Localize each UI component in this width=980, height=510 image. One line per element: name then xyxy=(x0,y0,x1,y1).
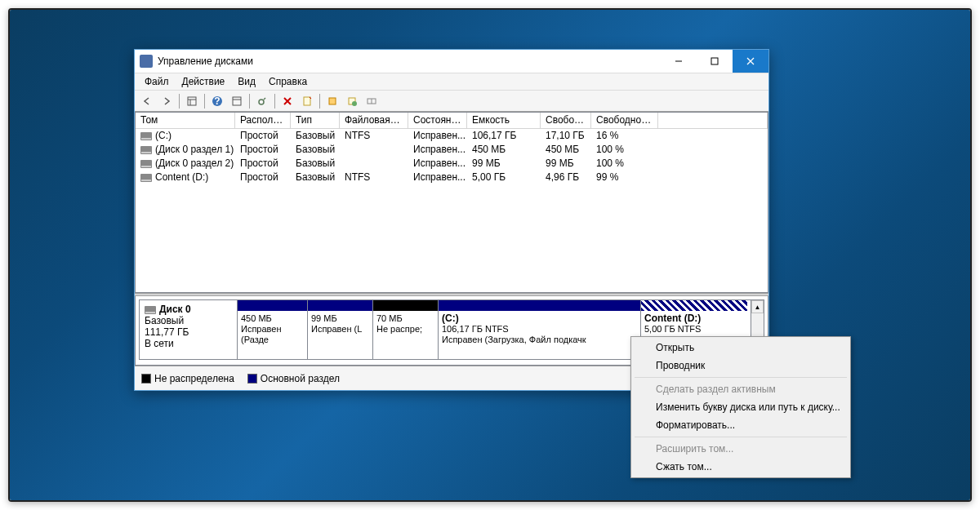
cell: Простой xyxy=(235,171,291,184)
maximize-button[interactable] xyxy=(697,50,733,73)
column-header[interactable]: Свободно % xyxy=(591,113,658,129)
swatch-unallocated xyxy=(141,374,151,384)
properties-button[interactable] xyxy=(298,92,316,110)
cell: Базовый xyxy=(291,171,340,184)
cell: (C:) xyxy=(136,129,235,143)
list-header[interactable]: ТомРасполо...ТипФайловая с...СостояниеЕм… xyxy=(136,113,768,129)
context-menu-item[interactable]: Форматировать... xyxy=(633,416,849,434)
cell: (Диск 0 раздел 1) xyxy=(136,143,235,157)
cell xyxy=(340,157,408,171)
action1-button[interactable] xyxy=(323,92,341,110)
titlebar[interactable]: Управление дисками xyxy=(135,50,768,73)
volume-list[interactable]: ТомРасполо...ТипФайловая с...СостояниеЕм… xyxy=(135,112,768,293)
svg-point-17 xyxy=(352,101,357,106)
context-menu-item[interactable]: Проводник xyxy=(633,357,849,375)
menu-separator xyxy=(635,437,847,437)
volume-icon xyxy=(140,160,152,168)
back-button[interactable] xyxy=(138,92,156,110)
partition[interactable]: 70 МБНе распре; xyxy=(373,300,439,359)
context-menu-item[interactable]: Сжать том... xyxy=(633,458,849,476)
svg-rect-1 xyxy=(711,58,718,64)
menubar: ФайлДействиеВидСправка xyxy=(135,73,768,91)
volume-row[interactable]: Content (D:)ПростойБазовыйNTFSИсправен..… xyxy=(136,171,768,184)
column-header[interactable]: Располо... xyxy=(235,113,291,129)
partition-bar xyxy=(373,300,438,311)
refresh-button[interactable] xyxy=(253,92,271,110)
menu-действие[interactable]: Действие xyxy=(176,74,232,89)
volume-icon xyxy=(140,132,152,140)
volume-row[interactable]: (C:)ПростойБазовыйNTFSИсправен...106,17 … xyxy=(136,129,768,143)
forward-button[interactable] xyxy=(158,92,176,110)
cell: 100 % xyxy=(591,143,658,157)
cell: 17,10 ГБ xyxy=(541,129,591,143)
cell: 100 % xyxy=(591,157,658,171)
context-menu-item: Расширить том... xyxy=(633,440,849,458)
minimize-button[interactable] xyxy=(661,50,697,73)
partition[interactable]: 450 МБИсправен (Разде xyxy=(238,300,308,359)
cell: Базовый xyxy=(291,129,340,143)
column-header[interactable]: Емкость xyxy=(467,113,541,129)
cell: Простой xyxy=(235,143,291,157)
cell: 99 % xyxy=(591,171,658,184)
svg-text:?: ? xyxy=(214,95,220,107)
cell: Простой xyxy=(235,157,291,171)
column-header[interactable]: Состояние xyxy=(408,113,467,129)
cell xyxy=(340,143,408,157)
cell: Исправен... xyxy=(408,157,467,171)
disk-info[interactable]: Диск 0 Базовый 111,77 ГБ В сети xyxy=(140,300,238,359)
action2-button[interactable] xyxy=(343,92,361,110)
context-menu-item: Сделать раздел активным xyxy=(633,380,849,398)
menu-вид[interactable]: Вид xyxy=(231,74,262,89)
menu-справка[interactable]: Справка xyxy=(262,74,314,89)
column-header[interactable]: Тип xyxy=(291,113,340,129)
cell: Базовый xyxy=(291,157,340,171)
scroll-up-button[interactable]: ▲ xyxy=(751,300,764,313)
volume-row[interactable]: (Диск 0 раздел 1)ПростойБазовыйИсправен.… xyxy=(136,143,768,157)
show-hide-button[interactable] xyxy=(183,92,201,110)
disk-name: Диск 0 xyxy=(159,304,191,315)
cell: 99 МБ xyxy=(467,157,541,171)
cell: Исправен... xyxy=(408,129,467,143)
menu-separator xyxy=(635,377,847,378)
settings-button[interactable] xyxy=(228,92,246,110)
context-menu-item[interactable]: Открыть xyxy=(633,339,849,357)
column-header[interactable]: Свобод... xyxy=(541,113,591,129)
svg-rect-14 xyxy=(304,97,310,105)
column-header[interactable]: Том xyxy=(136,113,235,129)
cell: 450 МБ xyxy=(467,143,541,157)
delete-button[interactable] xyxy=(278,92,296,110)
close-button[interactable] xyxy=(733,50,768,73)
cell: 106,17 ГБ xyxy=(467,129,541,143)
volume-icon xyxy=(140,174,152,182)
legend-primary: Основной раздел xyxy=(261,373,340,384)
volume-icon xyxy=(140,146,152,154)
swatch-primary xyxy=(247,374,257,384)
cell: 99 МБ xyxy=(541,157,591,171)
svg-point-11 xyxy=(259,100,264,104)
partition-bar xyxy=(238,300,307,311)
disk-type: Базовый xyxy=(145,315,184,326)
column-header[interactable]: Файловая с... xyxy=(340,113,408,129)
cell: Простой xyxy=(235,129,291,143)
help-button[interactable]: ? xyxy=(208,92,226,110)
cell: (Диск 0 раздел 2) xyxy=(136,157,235,171)
partition-bar xyxy=(308,300,372,311)
partition[interactable]: (C:)106,17 ГБ NTFSИсправен (Загрузка, Фа… xyxy=(439,300,641,359)
menu-файл[interactable]: Файл xyxy=(138,74,176,89)
disk-size: 111,77 ГБ xyxy=(145,326,189,338)
volume-row[interactable]: (Диск 0 раздел 2)ПростойБазовыйИсправен.… xyxy=(136,157,768,171)
cell: Исправен... xyxy=(408,143,467,157)
action3-button[interactable] xyxy=(363,92,381,110)
cell: NTFS xyxy=(340,129,408,143)
partition[interactable]: 99 МБИсправен (L xyxy=(308,300,373,359)
partition-bar xyxy=(439,300,640,311)
legend-unallocated: Не распределена xyxy=(154,373,234,384)
context-menu-item[interactable]: Изменить букву диска или путь к диску... xyxy=(633,398,849,416)
disk-status: В сети xyxy=(145,338,174,349)
svg-rect-9 xyxy=(233,97,241,105)
cell: 4,96 ГБ xyxy=(541,171,591,184)
svg-rect-15 xyxy=(329,98,336,104)
cell: NTFS xyxy=(340,171,408,184)
partition-label: 99 МБИсправен (L xyxy=(308,311,372,359)
partition-label: 450 МБИсправен (Разде xyxy=(238,311,307,359)
